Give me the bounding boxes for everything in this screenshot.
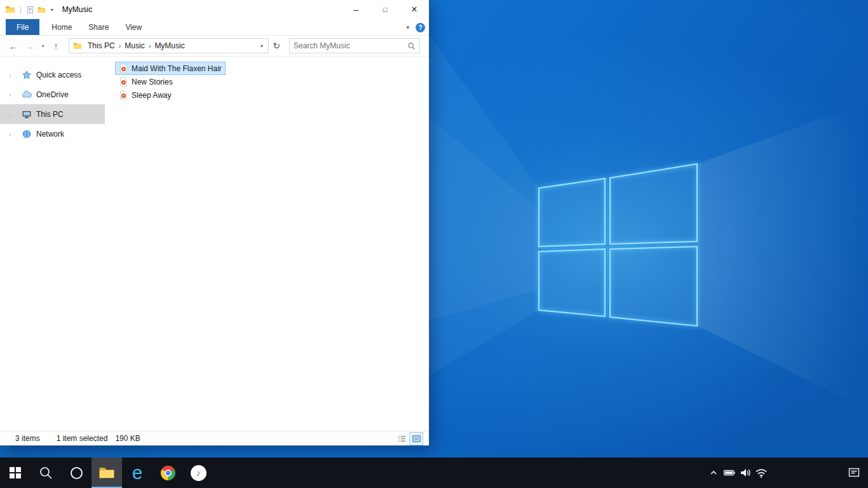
help-button[interactable]: ? xyxy=(416,23,425,32)
tab-view[interactable]: View xyxy=(117,19,150,35)
audio-file-icon xyxy=(119,90,128,100)
network-globe-icon xyxy=(22,129,32,139)
thumbnail-view-icon xyxy=(412,434,421,444)
file-name: New Stories xyxy=(132,78,173,86)
minimize-button[interactable]: – xyxy=(341,0,370,19)
window-title: MyMusic xyxy=(62,5,92,14)
up-button[interactable]: ↑ xyxy=(48,41,64,50)
breadcrumb-music[interactable]: Music xyxy=(121,41,147,50)
file-item[interactable]: New Stories xyxy=(115,75,177,88)
file-item[interactable]: Sleep Away xyxy=(115,88,175,102)
windows-start-icon xyxy=(10,467,21,478)
file-explorer-window: | ▾ MyMusic – □ × File Home Share View ▾ xyxy=(0,0,429,445)
taskbar: e ♪ xyxy=(0,458,868,488)
internet-explorer-icon: e xyxy=(132,464,142,482)
sidebar-item-label: This PC xyxy=(36,110,64,119)
status-bar: 3 items 1 item selected 190 KB xyxy=(0,431,429,445)
taskbar-file-explorer-button[interactable] xyxy=(92,458,122,488)
search-icon xyxy=(38,465,53,480)
search-input[interactable] xyxy=(294,41,407,50)
tab-share[interactable]: Share xyxy=(80,19,117,35)
qat-properties-button[interactable] xyxy=(25,3,36,17)
start-button[interactable] xyxy=(0,458,31,488)
tray-spacer xyxy=(769,458,840,488)
search-box xyxy=(289,38,420,53)
tab-file[interactable]: File xyxy=(6,19,39,35)
cortana-button[interactable] xyxy=(61,458,92,488)
action-center-icon xyxy=(847,466,861,480)
view-toggles xyxy=(395,433,423,445)
navigation-pane: › Quick access › OneDrive › xyxy=(0,57,105,431)
sidebar-item-label: Quick access xyxy=(36,71,81,79)
breadcrumb: This PC › Music › MyMusic xyxy=(85,41,257,50)
quick-access-star-icon xyxy=(22,70,32,80)
expander-chevron-icon[interactable]: › xyxy=(9,91,11,98)
qat-new-folder-button[interactable] xyxy=(36,3,48,17)
ribbon-tab-bar: File Home Share View ▾ ? xyxy=(0,19,429,36)
cortana-circle-icon xyxy=(71,467,83,479)
status-selection-size: 190 KB xyxy=(115,434,140,443)
ribbon-expand-chevron-icon[interactable]: ▾ xyxy=(406,24,409,30)
taskbar-chrome-button[interactable] xyxy=(153,458,183,488)
sidebar-item-quick-access[interactable]: › Quick access xyxy=(0,65,105,85)
back-button[interactable]: ← xyxy=(5,41,22,51)
sidebar-item-this-pc[interactable]: › This PC xyxy=(0,104,105,124)
sidebar-item-network[interactable]: › Network xyxy=(0,124,105,144)
close-button[interactable]: × xyxy=(400,0,429,19)
titlebar[interactable]: | ▾ MyMusic – □ × xyxy=(0,0,429,19)
file-explorer-icon xyxy=(98,464,115,481)
desktop: | ▾ MyMusic – □ × File Home Share View ▾ xyxy=(0,0,868,488)
sidebar-item-label: OneDrive xyxy=(36,90,69,99)
properties-icon xyxy=(26,6,34,14)
status-selection: 1 item selected xyxy=(57,434,108,443)
app-folder-icon xyxy=(5,4,15,15)
tab-home[interactable]: Home xyxy=(43,19,80,35)
new-folder-icon xyxy=(37,6,46,14)
maximize-button[interactable]: □ xyxy=(370,0,400,19)
action-center-button[interactable] xyxy=(840,458,868,488)
taskbar-search-button[interactable] xyxy=(31,458,61,488)
sidebar-item-onedrive[interactable]: › OneDrive xyxy=(0,85,105,104)
audio-file-icon xyxy=(119,77,128,86)
details-view-button[interactable] xyxy=(395,433,408,445)
itunes-icon: ♪ xyxy=(191,465,207,481)
search-icon[interactable] xyxy=(407,42,416,50)
chrome-icon xyxy=(160,465,176,481)
file-item-selected[interactable]: Maid With The Flaxen Hair xyxy=(115,62,226,75)
file-name: Maid With The Flaxen Hair xyxy=(132,64,222,73)
battery-icon[interactable] xyxy=(721,458,737,488)
thumbnail-view-button[interactable] xyxy=(410,433,423,445)
hidden-icons-chevron-icon[interactable] xyxy=(705,458,721,488)
file-name: Sleep Away xyxy=(132,91,172,100)
taskbar-itunes-button[interactable]: ♪ xyxy=(183,458,214,488)
sidebar-item-label: Network xyxy=(36,130,64,139)
file-list: Maid With The Flaxen Hair New Stories Sl… xyxy=(105,57,429,431)
forward-button[interactable]: → xyxy=(22,41,38,51)
address-bar[interactable]: This PC › Music › MyMusic ▾ xyxy=(69,38,269,53)
onedrive-cloud-icon xyxy=(22,90,32,100)
refresh-button[interactable]: ↻ xyxy=(269,41,284,51)
system-tray xyxy=(705,458,868,488)
breadcrumb-this-pc[interactable]: This PC xyxy=(85,41,118,50)
address-dropdown-chevron-icon[interactable]: ▾ xyxy=(257,43,267,49)
qat-customize-chevron-icon[interactable]: ▾ xyxy=(48,7,57,13)
expander-chevron-icon[interactable]: › xyxy=(9,71,11,79)
breadcrumb-mymusic[interactable]: MyMusic xyxy=(151,41,187,50)
audio-file-icon xyxy=(119,64,128,73)
recent-locations-chevron-icon[interactable]: ▾ xyxy=(38,43,48,49)
address-folder-icon xyxy=(73,41,82,50)
window-controls: – □ × xyxy=(341,0,429,19)
navigation-bar: ← → ▾ ↑ This PC › Music › MyMusic ▾ ↻ xyxy=(0,36,429,57)
taskbar-internet-explorer-button[interactable]: e xyxy=(122,458,153,488)
window-body: › Quick access › OneDrive › xyxy=(0,57,429,431)
this-pc-monitor-icon xyxy=(22,109,32,119)
wifi-icon[interactable] xyxy=(753,458,769,488)
details-view-icon xyxy=(397,434,407,444)
expander-chevron-icon[interactable]: › xyxy=(9,111,11,118)
qat-separator: | xyxy=(20,6,22,13)
expander-chevron-icon[interactable]: › xyxy=(9,130,11,138)
volume-icon[interactable] xyxy=(737,458,753,488)
status-item-count: 3 items xyxy=(15,434,40,443)
